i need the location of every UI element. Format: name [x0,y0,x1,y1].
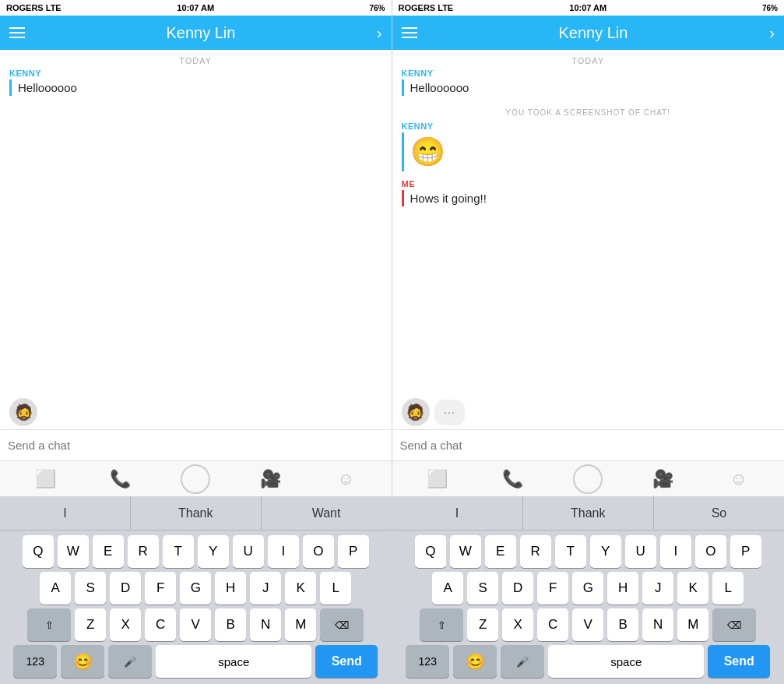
record-icon-left[interactable] [181,464,210,494]
key-emoji-left[interactable]: 😊 [61,645,104,678]
key-f-left[interactable]: F [145,572,176,605]
key-j-left[interactable]: J [250,572,281,605]
key-d-left[interactable]: D [110,572,141,605]
key-l-left[interactable]: L [320,572,351,605]
key-o-left[interactable]: O [303,535,334,568]
emoji-icon-right[interactable]: ☺ [724,464,754,494]
key-o-right[interactable]: O [695,535,726,568]
battery-left: 76% [369,4,385,12]
key-mic-left[interactable]: 🎤 [108,645,152,678]
key-shift-left[interactable]: ⇧ [27,608,71,641]
status-bar-right: ROGERS LTE 10:07 AM 76% [392,0,785,16]
autocomplete-so-right[interactable]: So [654,496,784,530]
key-123-right[interactable]: 123 [406,645,449,678]
key-h-right[interactable]: H [607,572,638,605]
key-mic-right[interactable]: 🎤 [501,645,544,678]
key-send-left[interactable]: Send [315,645,378,678]
key-y-left[interactable]: Y [198,535,229,568]
autocomplete-i-left[interactable]: I [0,496,131,530]
key-x-left[interactable]: X [110,608,141,641]
battery-right: 76% [762,4,778,12]
action-bar-right: ⬜ 📞 🎥 ☺ [392,460,785,496]
record-icon-right[interactable] [573,464,603,494]
key-e-left[interactable]: E [93,535,124,568]
key-r-left[interactable]: R [128,535,159,568]
key-send-right[interactable]: Send [708,645,770,678]
key-m-right[interactable]: M [677,608,708,641]
sticker-icon-left[interactable]: ⬜ [30,464,60,494]
key-s-left[interactable]: S [75,572,106,605]
time-left: 10:07 AM [177,3,214,12]
key-x-right[interactable]: X [502,608,533,641]
key-shift-right[interactable]: ⇧ [420,608,463,641]
chat-area-right: TODAY KENNY Helloooooo YOU TOOK A SCREEN… [392,50,785,390]
key-a-left[interactable]: A [40,572,71,605]
key-q-right[interactable]: Q [415,535,446,568]
key-h-left[interactable]: H [215,572,246,605]
key-q-left[interactable]: Q [23,535,54,568]
key-w-left[interactable]: W [58,535,89,568]
video-icon-right[interactable]: 🎥 [649,464,678,494]
key-j-right[interactable]: J [642,572,673,605]
key-backspace-left[interactable]: ⌫ [320,608,364,641]
key-g-left[interactable]: G [180,572,211,605]
key-n-right[interactable]: N [642,608,673,641]
avatar-left: 🧔 [9,398,37,426]
key-e-right[interactable]: E [485,535,516,568]
autocomplete-thank-left[interactable]: Thank [131,496,262,530]
key-u-right[interactable]: U [625,535,656,568]
nav-chevron-right-right[interactable]: › [769,24,775,42]
key-y-right[interactable]: Y [590,535,621,568]
chat-input-right[interactable] [400,439,777,452]
key-k-left[interactable]: K [285,572,316,605]
key-c-left[interactable]: C [145,608,176,641]
key-n-left[interactable]: N [250,608,281,641]
key-d-right[interactable]: D [502,572,533,605]
video-icon-left[interactable]: 🎥 [256,464,286,494]
key-z-left[interactable]: Z [75,608,106,641]
key-a-right[interactable]: A [432,572,463,605]
key-r-right[interactable]: R [520,535,551,568]
key-emoji-right[interactable]: 😊 [453,645,497,678]
key-g-right[interactable]: G [572,572,603,605]
nav-chevron-right-left[interactable]: › [377,24,382,42]
key-m-left[interactable]: M [285,608,316,641]
hamburger-menu-left[interactable] [9,27,25,38]
autocomplete-thank-right[interactable]: Thank [523,496,654,530]
key-space-left[interactable]: space [156,645,311,678]
emoji-icon-left[interactable]: ☺ [331,464,360,494]
right-phone-panel: ROGERS LTE 10:07 AM 76% Kenny Lin › TODA… [392,0,785,684]
key-v-left[interactable]: V [180,608,211,641]
autocomplete-want-left[interactable]: Want [262,496,392,530]
key-backspace-right[interactable]: ⌫ [712,608,756,641]
autocomplete-i-right[interactable]: I [392,496,523,530]
key-i-right[interactable]: I [660,535,691,568]
bottom-row-left: 123 😊 🎤 space Send [2,645,389,681]
key-space-right[interactable]: space [548,645,704,678]
key-123-left[interactable]: 123 [13,645,57,678]
key-p-right[interactable]: P [730,535,761,568]
date-sep-left: TODAY [9,50,382,69]
chat-area-left: TODAY KENNY Helloooooo [0,50,392,390]
key-b-left[interactable]: B [215,608,246,641]
message-group-kenny-left: KENNY Helloooooo [9,69,382,96]
phone-icon-left[interactable]: 📞 [106,464,135,494]
hamburger-menu-right[interactable] [402,27,417,38]
key-w-right[interactable]: W [450,535,481,568]
key-t-right[interactable]: T [555,535,586,568]
key-i-left[interactable]: I [268,535,299,568]
key-l-right[interactable]: L [712,572,744,605]
phone-icon-right[interactable]: 📞 [498,464,528,494]
key-t-left[interactable]: T [163,535,194,568]
sticker-icon-right[interactable]: ⬜ [423,464,452,494]
key-f-right[interactable]: F [537,572,568,605]
key-z-right[interactable]: Z [467,608,498,641]
key-c-right[interactable]: C [537,608,568,641]
key-u-left[interactable]: U [233,535,264,568]
key-b-right[interactable]: B [607,608,638,641]
key-k-right[interactable]: K [677,572,708,605]
key-s-right[interactable]: S [467,572,498,605]
chat-input-left[interactable] [8,439,384,452]
key-v-right[interactable]: V [572,608,603,641]
key-p-left[interactable]: P [338,535,369,568]
